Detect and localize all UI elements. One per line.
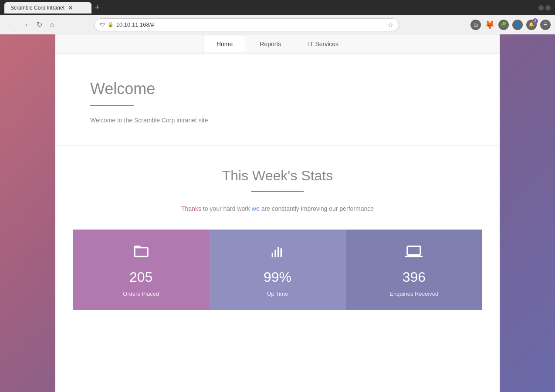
stats-subtitle-text2: are constantly improving our performance [261,205,374,212]
shield-icon: 🛡 [100,22,105,28]
stats-cards: 205 Orders Placed 99% Up Time [73,230,482,310]
back-button[interactable]: ← [4,19,17,30]
pocket-icon[interactable]: 🗂 [470,20,481,30]
enquiries-value: 396 [403,269,426,285]
browser-dots [538,5,551,10]
nav-bar: ← → ↻ ⌂ 🛡 🔒 10.10.11.168/# ☆ 🗂 🦊 🧩 👤 🔔 ☰ [0,15,555,34]
dot-1 [538,5,544,10]
site-nav-items: Home Reports IT Services [203,36,352,52]
browser-tab-active[interactable]: Scramble Corp Intranet ✕ [4,2,91,14]
forward-button[interactable]: → [19,19,31,30]
enquiries-label: Enquiries Received [389,291,438,297]
orders-label: Orders Placed [123,291,159,297]
laptop-icon [405,243,423,264]
stats-divider [251,191,304,192]
stats-title: This Week's Stats [73,168,482,184]
nav-item-home[interactable]: Home [203,36,246,52]
welcome-title: Welcome [90,80,465,98]
stats-section: This Week's Stats Thanks to your hard wo… [55,146,500,336]
tab-title: Scramble Corp Intranet [10,5,64,11]
toolbar-icons: 🗂 🦊 🧩 👤 🔔 ☰ [470,20,551,30]
tab-close-button[interactable]: ✕ [68,5,73,11]
nav-item-reports[interactable]: Reports [246,36,294,52]
folder-icon [132,243,150,264]
bars-icon [269,243,286,264]
page-content: Home Reports IT Services Welcome Welcome… [55,34,500,392]
stats-subtitle-text1: to your hard work [203,205,252,212]
bookmark-icon[interactable]: ☆ [388,21,393,28]
address-bar[interactable]: 🛡 🔒 10.10.11.168/# ☆ [94,18,399,31]
page-wrapper: Home Reports IT Services Welcome Welcome… [0,34,555,392]
welcome-text: Welcome to the Scramble Corp intranet si… [90,117,465,124]
stats-subtitle-thanks: Thanks [181,205,201,212]
new-tab-button[interactable]: + [95,3,100,12]
stat-card-orders: 205 Orders Placed [73,230,209,310]
home-button[interactable]: ⌂ [47,19,57,30]
welcome-divider [90,105,134,106]
firefox-icon[interactable]: 🦊 [484,20,495,30]
extensions-icon[interactable]: 🧩 [498,20,509,30]
url-text: 10.10.11.168/# [116,21,385,28]
uptime-label: Up Time [267,291,288,297]
browser-chrome: Scramble Corp Intranet ✕ + [0,0,555,15]
menu-icon[interactable]: ☰ [540,20,551,30]
stat-card-enquiries: 396 Enquiries Received [346,230,482,310]
site-nav: Home Reports IT Services [55,34,500,54]
uptime-value: 99% [264,269,291,285]
stat-card-uptime: 99% Up Time [209,230,345,310]
nav-item-it-services[interactable]: IT Services [294,36,352,52]
stats-subtitle: Thanks to your hard work we are constant… [73,205,482,212]
profile-icon[interactable]: 👤 [512,20,523,30]
dot-2 [545,5,551,10]
refresh-button[interactable]: ↻ [34,19,45,30]
notifications-icon[interactable]: 🔔 [526,20,537,30]
welcome-section: Welcome Welcome to the Scramble Corp int… [55,54,500,145]
stats-subtitle-we: we [252,205,260,212]
orders-value: 205 [129,269,152,285]
lock-icon: 🔒 [108,22,114,27]
